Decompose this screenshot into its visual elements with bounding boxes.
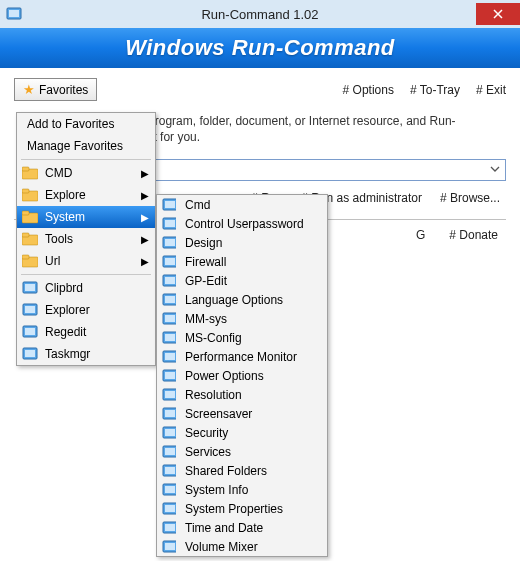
- menu-add-favorites[interactable]: Add to Favorites: [17, 113, 155, 135]
- lng-link-partial[interactable]: G: [416, 228, 425, 242]
- submenu-label: Design: [185, 236, 222, 250]
- submenu-label: GP-Edit: [185, 274, 227, 288]
- submenu-label: System Properties: [185, 502, 283, 516]
- submenu-label: Cmd: [185, 198, 210, 212]
- submenu-label: Firewall: [185, 255, 226, 269]
- chevron-down-icon[interactable]: [489, 163, 501, 175]
- favorites-label: Favorites: [39, 83, 88, 97]
- favorites-menu: Add to Favorites Manage Favorites CMD▶ E…: [16, 112, 156, 366]
- run-icon: [162, 539, 176, 553]
- submenu-item[interactable]: System Properties: [157, 499, 327, 518]
- run-icon: [162, 444, 176, 458]
- run-icon: [162, 216, 176, 230]
- menu-manage-favorites[interactable]: Manage Favorites: [17, 135, 155, 157]
- menu-clipbrd[interactable]: Clipbrd: [17, 277, 155, 299]
- submenu-item[interactable]: Time and Date: [157, 518, 327, 537]
- submenu-item[interactable]: Language Options: [157, 290, 327, 309]
- to-tray-link[interactable]: # To-Tray: [410, 83, 460, 97]
- submenu-label: Control Userpassword: [185, 217, 304, 231]
- menu-tools[interactable]: Tools▶: [17, 228, 155, 250]
- favorites-button[interactable]: ★ Favorites: [14, 78, 97, 101]
- app-banner: Windows Run-Command: [0, 28, 520, 68]
- run-icon: [162, 349, 176, 363]
- submenu-item[interactable]: Shared Folders: [157, 461, 327, 480]
- browse-link[interactable]: # Browse...: [440, 191, 500, 205]
- run-icon: [162, 520, 176, 534]
- submenu-label: Services: [185, 445, 231, 459]
- run-icon: [162, 254, 176, 268]
- run-icon: [162, 292, 176, 306]
- submenu-item[interactable]: Services: [157, 442, 327, 461]
- chevron-right-icon: ▶: [141, 256, 149, 267]
- run-icon: [162, 425, 176, 439]
- menu-system[interactable]: System▶: [17, 206, 155, 228]
- submenu-item[interactable]: GP-Edit: [157, 271, 327, 290]
- run-icon: [162, 501, 176, 515]
- submenu-label: Language Options: [185, 293, 283, 307]
- chevron-right-icon: ▶: [141, 168, 149, 179]
- submenu-label: MS-Config: [185, 331, 242, 345]
- submenu-label: Volume Mixer: [185, 540, 258, 554]
- folder-icon: [22, 165, 38, 181]
- submenu-item[interactable]: Security: [157, 423, 327, 442]
- submenu-label: MM-sys: [185, 312, 227, 326]
- menu-cmd[interactable]: CMD▶: [17, 162, 155, 184]
- system-submenu: CmdControl UserpasswordDesignFirewallGP-…: [156, 194, 328, 557]
- submenu-item[interactable]: MM-sys: [157, 309, 327, 328]
- run-icon: [162, 387, 176, 401]
- run-icon: [162, 273, 176, 287]
- submenu-item[interactable]: Screensaver: [157, 404, 327, 423]
- submenu-label: Screensaver: [185, 407, 252, 421]
- run-icon: [22, 302, 38, 318]
- exit-link[interactable]: # Exit: [476, 83, 506, 97]
- options-link[interactable]: # Options: [343, 83, 394, 97]
- run-icon: [162, 406, 176, 420]
- run-icon: [162, 330, 176, 344]
- submenu-label: Shared Folders: [185, 464, 267, 478]
- folder-icon: [22, 209, 38, 225]
- submenu-item[interactable]: Firewall: [157, 252, 327, 271]
- menu-regedit[interactable]: Regedit: [17, 321, 155, 343]
- submenu-item[interactable]: Performance Monitor: [157, 347, 327, 366]
- submenu-item[interactable]: System Info: [157, 480, 327, 499]
- menu-divider: [21, 274, 151, 275]
- folder-icon: [22, 187, 38, 203]
- run-icon: [22, 324, 38, 340]
- folder-icon: [22, 253, 38, 269]
- submenu-label: Resolution: [185, 388, 242, 402]
- menu-url[interactable]: Url▶: [17, 250, 155, 272]
- chevron-right-icon: ▶: [141, 234, 149, 245]
- chevron-right-icon: ▶: [141, 212, 149, 223]
- submenu-label: Time and Date: [185, 521, 263, 535]
- menu-taskmgr[interactable]: Taskmgr: [17, 343, 155, 365]
- submenu-label: System Info: [185, 483, 248, 497]
- chevron-right-icon: ▶: [141, 190, 149, 201]
- run-icon: [162, 463, 176, 477]
- run-icon: [162, 311, 176, 325]
- run-icon: [22, 280, 38, 296]
- menu-explore[interactable]: Explore▶: [17, 184, 155, 206]
- window-title: Run-Command 1.02: [201, 7, 318, 22]
- submenu-item[interactable]: Resolution: [157, 385, 327, 404]
- menu-divider: [21, 159, 151, 160]
- run-icon: [162, 197, 176, 211]
- run-icon: [22, 346, 38, 362]
- run-icon: [162, 235, 176, 249]
- submenu-label: Performance Monitor: [185, 350, 297, 364]
- submenu-item[interactable]: Cmd: [157, 195, 327, 214]
- submenu-label: Security: [185, 426, 228, 440]
- submenu-label: Power Options: [185, 369, 264, 383]
- submenu-item[interactable]: Power Options: [157, 366, 327, 385]
- menu-explorer[interactable]: Explorer: [17, 299, 155, 321]
- run-icon: [162, 368, 176, 382]
- close-button[interactable]: [476, 3, 520, 25]
- app-icon: [6, 6, 22, 22]
- submenu-item[interactable]: Volume Mixer: [157, 537, 327, 556]
- submenu-item[interactable]: Design: [157, 233, 327, 252]
- submenu-item[interactable]: MS-Config: [157, 328, 327, 347]
- folder-icon: [22, 231, 38, 247]
- run-icon: [162, 482, 176, 496]
- star-icon: ★: [23, 82, 35, 97]
- submenu-item[interactable]: Control Userpassword: [157, 214, 327, 233]
- donate-link[interactable]: # Donate: [449, 228, 498, 242]
